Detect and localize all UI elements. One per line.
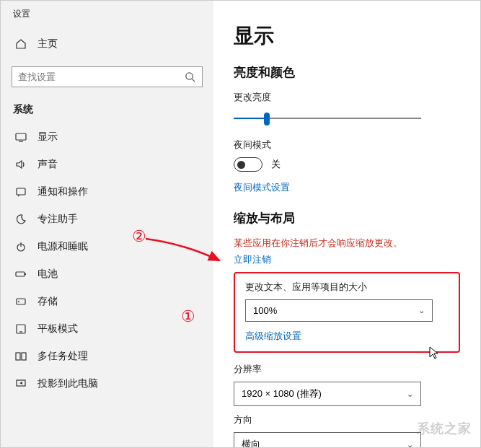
- nav-label: 电池: [37, 268, 58, 281]
- tablet-icon: [14, 323, 27, 335]
- night-mode-label: 夜间模式: [234, 139, 460, 151]
- storage-icon: [14, 296, 27, 307]
- search-input[interactable]: [18, 71, 185, 82]
- nav-label: 电源和睡眠: [37, 240, 88, 253]
- chevron-down-icon: ⌄: [407, 440, 413, 448]
- page-title: 显示: [234, 22, 460, 50]
- slider-fill: [234, 118, 268, 119]
- chevron-down-icon: ⌄: [418, 306, 425, 315]
- home-button[interactable]: 主页: [12, 33, 203, 55]
- sidebar-item-display[interactable]: 显示: [12, 123, 203, 151]
- nav-label: 多任务处理: [37, 350, 88, 363]
- advanced-scale-link[interactable]: 高级缩放设置: [245, 330, 301, 343]
- night-mode-settings-link[interactable]: 夜间模式设置: [234, 181, 290, 194]
- resolution-value: 1920 × 1080 (推荐): [242, 387, 322, 400]
- brightness-label: 更改亮度: [234, 91, 460, 104]
- svg-rect-4: [17, 188, 25, 195]
- sidebar-item-tablet[interactable]: 平板模式: [12, 315, 203, 343]
- svg-rect-10: [17, 299, 25, 304]
- svg-point-0: [186, 73, 193, 79]
- search-icon: [185, 71, 196, 82]
- sidebar-item-battery[interactable]: 电池: [12, 260, 203, 288]
- svg-rect-9: [25, 273, 26, 275]
- nav-label: 专注助手: [37, 213, 78, 226]
- nav-label: 存储: [37, 295, 58, 308]
- annotation-highlight-box: 更改文本、应用等项目的大小 100% ⌄ 高级缩放设置: [234, 272, 460, 353]
- app-title: 设置: [12, 8, 203, 20]
- svg-rect-8: [16, 272, 25, 276]
- section-brightness-title: 亮度和颜色: [234, 64, 460, 81]
- resolution-label: 分辨率: [234, 363, 460, 376]
- display-icon: [14, 131, 27, 143]
- svg-rect-14: [16, 353, 20, 360]
- nav-label: 显示: [37, 131, 58, 144]
- power-icon: [14, 241, 27, 252]
- nav-label: 投影到此电脑: [37, 377, 98, 390]
- moon-icon: [14, 214, 27, 225]
- orientation-value: 横向: [242, 438, 260, 447]
- night-mode-toggle[interactable]: [234, 157, 262, 172]
- main-content: 显示 亮度和颜色 更改亮度 夜间模式 关 夜间模式设置 缩放与布局 某些应用在你…: [213, 1, 480, 447]
- sidebar-item-sound[interactable]: 声音: [12, 151, 203, 178]
- search-input-container[interactable]: [12, 66, 203, 87]
- nav-label: 声音: [37, 158, 58, 171]
- svg-point-11: [18, 301, 19, 302]
- sidebar-section-title: 系统: [12, 103, 203, 116]
- toggle-knob: [237, 161, 245, 169]
- nav-label: 通知和操作: [37, 185, 88, 198]
- sound-icon: [14, 159, 27, 170]
- home-label: 主页: [37, 38, 58, 50]
- notification-icon: [14, 186, 27, 198]
- sidebar: 设置 主页 系统 显示 声音 通知和操作: [1, 1, 213, 447]
- scale-warning-text: 某些应用在你注销后才会响应缩放更改。: [234, 237, 460, 250]
- battery-icon: [14, 268, 27, 280]
- sidebar-item-power[interactable]: 电源和睡眠: [12, 233, 203, 260]
- section-scale-title: 缩放与布局: [234, 210, 460, 227]
- svg-rect-15: [22, 353, 26, 360]
- chevron-down-icon: ⌄: [407, 390, 413, 399]
- nav-label: 平板模式: [37, 322, 78, 335]
- resolution-select[interactable]: 1920 × 1080 (推荐) ⌄: [234, 382, 421, 406]
- orientation-select[interactable]: 横向 ⌄: [234, 432, 421, 447]
- toggle-state-label: 关: [271, 158, 281, 171]
- scale-select-value: 100%: [253, 305, 277, 316]
- orientation-label: 方向: [234, 413, 460, 426]
- brightness-slider[interactable]: [234, 110, 421, 127]
- project-icon: [14, 378, 27, 390]
- sidebar-item-project[interactable]: 投影到此电脑: [12, 370, 203, 398]
- svg-rect-2: [16, 133, 26, 140]
- svg-line-1: [192, 79, 195, 82]
- logout-now-link[interactable]: 立即注销: [234, 253, 271, 266]
- scale-select-label: 更改文本、应用等项目的大小: [245, 281, 449, 294]
- sidebar-item-storage[interactable]: 存储: [12, 288, 203, 315]
- multitask-icon: [14, 351, 27, 362]
- scale-select[interactable]: 100% ⌄: [245, 299, 433, 322]
- sidebar-item-notifications[interactable]: 通知和操作: [12, 178, 203, 206]
- sidebar-item-focus[interactable]: 专注助手: [12, 206, 203, 233]
- slider-thumb[interactable]: [264, 113, 270, 126]
- sidebar-item-multitask[interactable]: 多任务处理: [12, 343, 203, 370]
- home-icon: [14, 38, 27, 50]
